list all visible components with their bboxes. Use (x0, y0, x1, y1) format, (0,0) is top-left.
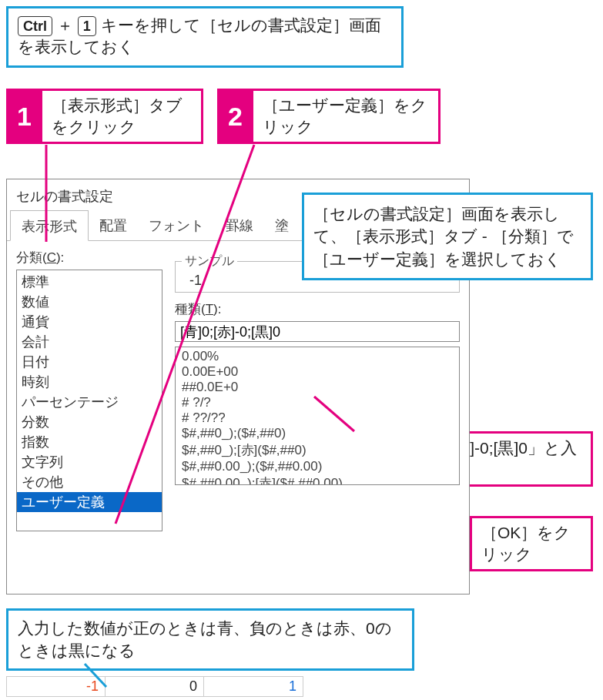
tab-font[interactable]: フォント (138, 210, 215, 240)
result-note: 入力した数値が正のときは青、負のときは赤、0のときは黒になる (6, 608, 414, 671)
result-cell-zero: 0 (106, 677, 204, 696)
format-list-item[interactable]: 0.00E+00 (179, 364, 456, 380)
format-list-item[interactable]: # ?/? (179, 395, 456, 410)
tab-number-format[interactable]: 表示形式 (10, 210, 89, 241)
category-item-standard[interactable]: 標準 (17, 272, 162, 292)
category-item-scientific[interactable]: 指数 (17, 432, 162, 452)
callout-step-2: 2 ［ユーザー定義］をクリック (217, 89, 441, 144)
kbd-plus: ＋ (57, 16, 73, 34)
top-instruction-box: Ctrl ＋ 1 キーを押して［セルの書式設定］画面を表示しておく (6, 6, 404, 68)
category-list[interactable]: 標準 数値 通貨 会計 日付 時刻 パーセンテージ 分数 指数 文字列 その他 … (16, 270, 162, 531)
callout-text-4: ［OK］をクリック (472, 516, 593, 571)
tab-border[interactable]: 罫線 (215, 210, 264, 240)
format-list-item[interactable]: $#,##0.00_);[赤]($#,##0.00) (179, 474, 456, 485)
category-item-other[interactable]: その他 (17, 472, 162, 492)
format-list-item[interactable]: $#,##0_);($#,##0) (179, 426, 456, 441)
category-item-currency[interactable]: 通貨 (17, 312, 162, 332)
callout-step-1: 1 ［表示形式］タブをクリック (6, 89, 203, 144)
format-list-item[interactable]: ##0.0E+0 (179, 380, 456, 395)
category-item-date[interactable]: 日付 (17, 352, 162, 372)
result-cell-positive: 1 (204, 677, 303, 696)
category-item-accounting[interactable]: 会計 (17, 332, 162, 352)
format-list[interactable]: 0.00% 0.00E+00 ##0.0E+0 # ?/? # ??/?? $#… (175, 347, 460, 485)
kbd-ctrl: Ctrl (18, 16, 52, 36)
type-label: 種類(T): (175, 300, 460, 318)
type-label-pre: 種類( (175, 302, 206, 317)
category-item-custom[interactable]: ユーザー定義 (17, 492, 162, 512)
format-right-column: サンプル -1 種類(T): 0.00% 0.00E+00 ##0.0E+0 #… (162, 249, 460, 531)
format-list-item[interactable]: # ??/?? (179, 410, 456, 426)
format-list-item[interactable]: 0.00% (179, 349, 456, 364)
category-column: 分類(C): 標準 数値 通貨 会計 日付 時刻 パーセンテージ 分数 指数 文… (16, 249, 162, 531)
category-item-percentage[interactable]: パーセンテージ (17, 392, 162, 412)
type-label-underline: T (206, 302, 213, 317)
result-cell-negative: -1 (7, 677, 106, 696)
callout-text-1: ［表示形式］タブをクリック (42, 89, 203, 144)
category-label: 分類(C): (16, 249, 162, 266)
format-list-item[interactable]: $#,##0_);[赤]($#,##0) (179, 441, 456, 459)
category-item-number[interactable]: 数値 (17, 292, 162, 312)
tab-alignment[interactable]: 配置 (89, 210, 138, 240)
tab-fill[interactable]: 塗 (264, 210, 300, 240)
format-list-item[interactable]: $#,##0.00_);($#,##0.00) (179, 459, 456, 474)
sample-label: サンプル (182, 253, 237, 270)
type-input[interactable] (175, 321, 460, 342)
result-cells: -1 0 1 (6, 676, 303, 697)
category-item-fraction[interactable]: 分数 (17, 412, 162, 432)
blue-annotation-box: ［セルの書式設定］画面を表示して、［表示形式］タブ - ［分類］で［ユーザー定義… (302, 193, 593, 280)
category-label-underline: C (47, 250, 56, 265)
callout-num-1: 1 (6, 89, 42, 144)
category-item-text[interactable]: 文字列 (17, 452, 162, 472)
callout-text-2: ［ユーザー定義］をクリック (253, 89, 441, 144)
category-label-post: ): (56, 250, 64, 265)
category-item-time[interactable]: 時刻 (17, 372, 162, 392)
kbd-one: 1 (78, 16, 96, 36)
category-label-pre: 分類( (16, 250, 47, 265)
type-label-post: ): (213, 302, 221, 317)
dialog-body: 分類(C): 標準 数値 通貨 会計 日付 時刻 パーセンテージ 分数 指数 文… (7, 241, 469, 531)
callout-num-2: 2 (217, 89, 253, 144)
